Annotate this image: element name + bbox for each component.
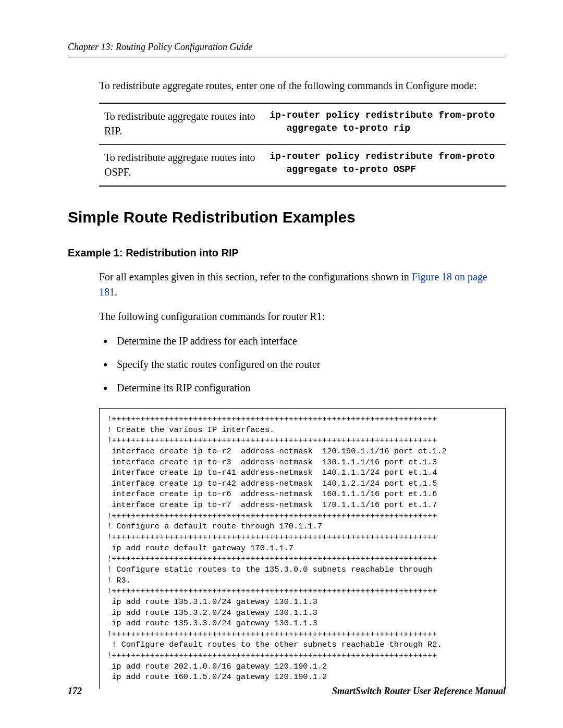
- table-cell-command: ip-router policy redistribute from-proto…: [264, 145, 506, 187]
- command-table: To redistribute aggregate routes into RI…: [99, 103, 506, 187]
- list-item: Determine the IP address for each interf…: [114, 334, 506, 349]
- example-paragraph-2: The following configuration commands for…: [99, 309, 506, 324]
- table-cell-description: To redistribute aggregate routes into RI…: [99, 103, 264, 145]
- code-block: !+++++++++++++++++++++++++++++++++++++++…: [99, 408, 506, 689]
- example-intro-paragraph: For all examples given in this section, …: [99, 269, 506, 300]
- list-item: Determine its RIP configuration: [114, 380, 506, 396]
- page-footer: 172 SmartSwitch Router User Reference Ma…: [68, 686, 506, 697]
- page-number: 172: [68, 686, 82, 697]
- example-intro-text-end: .: [115, 286, 117, 298]
- header-rule: [68, 57, 506, 57]
- intro-paragraph: To redistribute aggregate routes, enter …: [99, 78, 506, 93]
- section-heading: Simple Route Redistribution Examples: [68, 208, 506, 226]
- bullet-list: Determine the IP address for each interf…: [114, 334, 506, 396]
- table-row: To redistribute aggregate routes into RI…: [99, 103, 506, 145]
- example-heading: Example 1: Redistribution into RIP: [68, 247, 506, 259]
- table-cell-command: ip-router policy redistribute from-proto…: [264, 103, 506, 145]
- chapter-header: Chapter 13: Routing Policy Configuration…: [68, 42, 506, 53]
- list-item: Specify the static routes configured on …: [114, 357, 506, 372]
- document-page: Chapter 13: Routing Policy Configuration…: [0, 0, 563, 728]
- table-row: To redistribute aggregate routes into OS…: [99, 145, 506, 187]
- manual-title: SmartSwitch Router User Reference Manual: [332, 686, 506, 697]
- table-cell-description: To redistribute aggregate routes into OS…: [99, 145, 264, 187]
- example-intro-text-start: For all examples given in this section, …: [99, 271, 412, 282]
